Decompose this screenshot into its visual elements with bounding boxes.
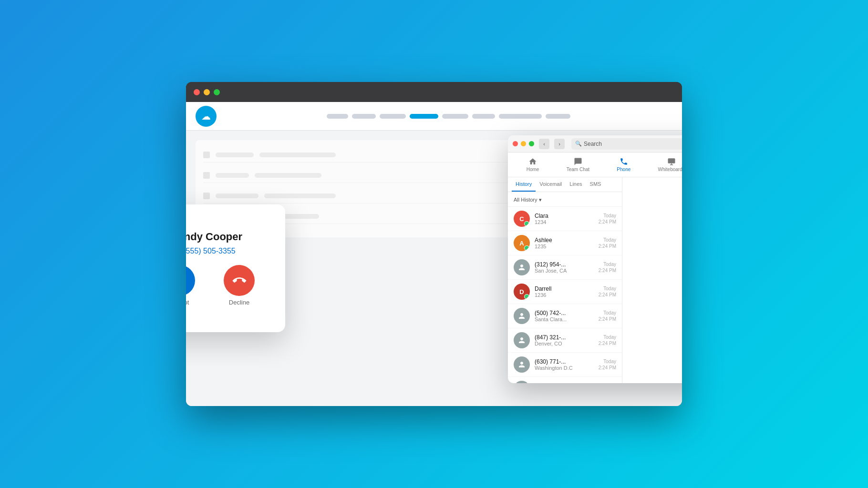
dialpad-panel: (555) 505-3355 1 2 ABC	[622, 177, 682, 383]
toolbar-home[interactable]: Home	[523, 155, 543, 174]
browser-titlebar	[186, 82, 682, 102]
salesforce-logo: ☁	[196, 106, 217, 127]
call-number-unknown1: San Jose, CA	[535, 268, 594, 274]
toolbar-phone[interactable]: Phone	[613, 155, 634, 174]
call-item-unknown5[interactable]: (312) 835-... San Jose, CA Today 2:24 PM	[508, 377, 622, 383]
decline-button[interactable]	[224, 265, 255, 296]
call-date-darrell: Today	[603, 286, 616, 291]
phone-search-bar[interactable]: 🔍 Search ⌘F	[571, 138, 682, 150]
nav-pill-8[interactable]	[546, 114, 570, 119]
decline-action: Decline	[224, 265, 255, 306]
call-name-unknown1: (312) 954-...	[535, 261, 594, 268]
incoming-call-card: Andy Cooper (555) 505-3355 Accept	[186, 204, 285, 332]
browser-content: ☁	[186, 102, 682, 406]
call-time-unknown1: 2:24 PM	[599, 268, 616, 273]
tab-voicemail[interactable]: Voicemail	[536, 177, 566, 192]
accept-button[interactable]	[186, 265, 195, 296]
phone-back-button[interactable]: ‹	[539, 139, 549, 149]
skeleton-bar-8	[264, 193, 336, 198]
call-time-darrell: 2:24 PM	[599, 292, 616, 297]
call-meta-clara: Today 2:24 PM	[599, 213, 616, 224]
call-number-unknown2: Santa Clara...	[535, 316, 594, 322]
nav-pill-7[interactable]	[499, 114, 542, 119]
skeleton-checkbox	[203, 152, 210, 158]
traffic-light-red[interactable]	[194, 89, 200, 95]
history-filter: All History ▾	[508, 192, 622, 207]
skeleton-bar-7	[216, 193, 258, 198]
call-info-darrell: Darrell 1236	[535, 285, 594, 298]
call-date-clara: Today	[603, 213, 616, 218]
call-date-ashlee: Today	[603, 237, 616, 243]
call-item-unknown2[interactable]: (500) 742-... Santa Clara... Today 2:24 …	[508, 304, 622, 328]
call-info-ashlee: Ashlee 1235	[535, 237, 594, 249]
call-name-ashlee: Ashlee	[535, 237, 594, 244]
call-date-unknown3: Today	[603, 335, 616, 340]
call-item-unknown1[interactable]: (312) 954-... San Jose, CA Today 2:24 PM	[508, 255, 622, 280]
call-time-unknown4: 2:24 PM	[599, 365, 616, 370]
tab-history[interactable]: History	[512, 177, 536, 192]
skeleton-bar-2	[259, 152, 336, 157]
accept-label: Accept	[186, 299, 189, 306]
history-panel: History Voicemail Lines SMS All History …	[508, 177, 622, 383]
call-item-unknown4[interactable]: (630) 771-... Washington D.C Today 2:24 …	[508, 353, 622, 377]
call-info-unknown4: (630) 771-... Washington D.C	[535, 358, 594, 371]
phone-body: History Voicemail Lines SMS All History …	[508, 177, 682, 383]
call-item-darrell[interactable]: D Darrell 1236 Today 2:24 PM	[508, 280, 622, 304]
avatar-unknown2	[514, 308, 530, 324]
nav-pill-6[interactable]	[472, 114, 495, 119]
toolbar-team-chat[interactable]: Team Chat	[563, 155, 593, 174]
caller-name: Andy Cooper	[186, 231, 242, 243]
call-time-unknown2: 2:24 PM	[599, 316, 616, 322]
tab-sms[interactable]: SMS	[586, 177, 605, 192]
toolbar-whiteboards[interactable]: Whiteboards	[654, 155, 682, 174]
call-meta-unknown2: Today 2:24 PM	[599, 310, 616, 322]
call-number-clara: 1234	[535, 219, 594, 225]
call-item-clara[interactable]: C Clara 1234 Today 2:24 PM	[508, 207, 622, 231]
call-name-unknown4: (630) 771-...	[535, 358, 594, 365]
phone-traffic-red[interactable]	[513, 141, 518, 146]
call-meta-unknown3: Today 2:24 PM	[599, 335, 616, 346]
skeleton-bar-5	[255, 173, 321, 178]
call-item-ashlee[interactable]: A Ashlee 1235 Today 2:24 PM	[508, 231, 622, 255]
tab-lines[interactable]: Lines	[566, 177, 586, 192]
browser-window: ☁	[186, 82, 682, 406]
nav-pill-2[interactable]	[352, 114, 376, 119]
avatar-unknown3	[514, 332, 530, 348]
call-item-unknown3[interactable]: (847) 321-... Denver, CO Today 2:24 PM	[508, 328, 622, 353]
avatar-unknown4	[514, 356, 530, 373]
nav-pill-5[interactable]	[442, 114, 468, 119]
call-number-ashlee: 1235	[535, 244, 594, 249]
avatar-ashlee: A	[514, 235, 530, 251]
toolbar-team-chat-label: Team Chat	[567, 167, 589, 172]
call-meta-darrell: Today 2:24 PM	[599, 286, 616, 297]
sf-header: ☁	[186, 102, 682, 131]
toolbar-home-label: Home	[527, 167, 539, 172]
traffic-light-green[interactable]	[214, 89, 220, 95]
filter-button[interactable]: All History ▾	[514, 197, 542, 203]
skeleton-checkbox-3	[203, 193, 210, 199]
phone-traffic-green[interactable]	[529, 141, 534, 146]
phone-traffic-yellow[interactable]	[521, 141, 526, 146]
traffic-light-yellow[interactable]	[204, 89, 210, 95]
call-name-unknown3: (847) 321-...	[535, 334, 594, 341]
call-date-unknown4: Today	[603, 359, 616, 364]
call-time-clara: 2:24 PM	[599, 219, 616, 224]
skeleton-bar	[216, 152, 254, 157]
nav-pill-1[interactable]	[327, 114, 348, 119]
nav-pill-3[interactable]	[380, 114, 406, 119]
phone-popup: ‹ › 🔍 Search ⌘F 🔔 AC	[508, 135, 682, 383]
accept-action: Accept	[186, 265, 195, 306]
decline-label: Decline	[229, 299, 249, 306]
call-time-unknown3: 2:24 PM	[599, 341, 616, 346]
call-name-darrell: Darrell	[535, 285, 594, 292]
phone-forward-button[interactable]: ›	[554, 139, 565, 149]
svg-rect-0	[668, 158, 675, 163]
nav-pill-active[interactable]	[410, 114, 438, 119]
call-number-darrell: 1236	[535, 292, 594, 298]
call-info-unknown3: (847) 321-... Denver, CO	[535, 334, 594, 346]
call-name-unknown5: (312) 835-...	[535, 383, 594, 383]
phone-titlebar: ‹ › 🔍 Search ⌘F 🔔 AC	[508, 135, 682, 152]
avatar-unknown1	[514, 259, 530, 275]
avatar-clara: C	[514, 211, 530, 227]
phone-toolbar: Home Team Chat Phone Whiteboards	[508, 152, 682, 177]
